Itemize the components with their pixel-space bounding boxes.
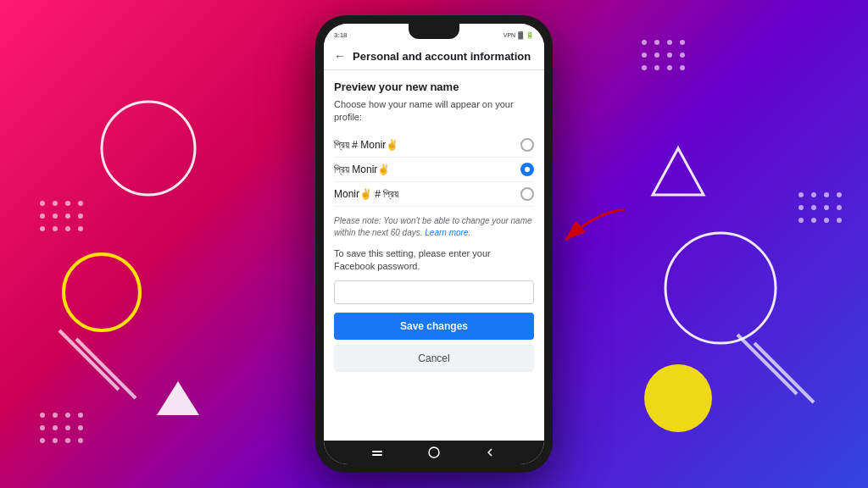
cancel-button[interactable]: Cancel bbox=[334, 345, 534, 372]
status-right: VPN ▓ 🔋 bbox=[504, 31, 534, 39]
section-desc: Choose how your name will appear on your… bbox=[334, 98, 534, 125]
learn-more-link[interactable]: Learn more. bbox=[425, 228, 470, 237]
content-area: Preview your new name Choose how your na… bbox=[324, 70, 544, 441]
phone-mockup: 3:18 VPN ▓ 🔋 ← Personal and account info… bbox=[315, 15, 553, 473]
radio-option-3[interactable]: Monir✌ # প্রিয় bbox=[334, 182, 534, 207]
radio-btn-2[interactable] bbox=[520, 163, 534, 176]
radio-option-2[interactable]: প্রিয় Monir✌ bbox=[334, 158, 534, 182]
radio-label-2: প্রিয় Monir✌ bbox=[334, 164, 520, 175]
save-changes-button[interactable]: Save changes bbox=[334, 313, 534, 340]
header-title: Personal and account information bbox=[353, 50, 534, 63]
radio-btn-3[interactable] bbox=[520, 187, 534, 201]
phone-notch bbox=[409, 24, 459, 39]
radio-btn-1[interactable] bbox=[520, 138, 534, 152]
status-time: 3:18 bbox=[334, 31, 348, 39]
radio-option-1[interactable]: প্রিয় # Monir✌ bbox=[334, 133, 534, 158]
svg-point-60 bbox=[429, 447, 439, 458]
svg-rect-58 bbox=[372, 451, 382, 452]
password-label: To save this setting, please enter your … bbox=[334, 247, 534, 274]
red-arrow bbox=[548, 202, 633, 252]
password-input[interactable] bbox=[334, 280, 534, 304]
radio-label-3: Monir✌ # প্রিয় bbox=[334, 188, 520, 200]
phone-body: 3:18 VPN ▓ 🔋 ← Personal and account info… bbox=[315, 15, 553, 473]
back-button[interactable]: ← bbox=[334, 49, 346, 63]
status-battery: 🔋 bbox=[526, 31, 534, 39]
status-wifi: ▓ bbox=[518, 31, 523, 39]
nav-home-button[interactable] bbox=[426, 445, 442, 460]
radio-label-1: প্রিয় # Monir✌ bbox=[334, 139, 520, 151]
svg-rect-59 bbox=[372, 454, 382, 456]
section-title: Preview your new name bbox=[334, 80, 534, 93]
status-vpn: VPN bbox=[504, 32, 515, 38]
note-text: Please note: You won't be able to change… bbox=[334, 215, 534, 239]
nav-back-icon[interactable] bbox=[483, 445, 498, 460]
bottom-nav bbox=[324, 441, 544, 464]
app-header: ← Personal and account information bbox=[324, 42, 544, 70]
nav-home-icon[interactable] bbox=[370, 445, 385, 460]
phone-screen: 3:18 VPN ▓ 🔋 ← Personal and account info… bbox=[324, 24, 544, 464]
